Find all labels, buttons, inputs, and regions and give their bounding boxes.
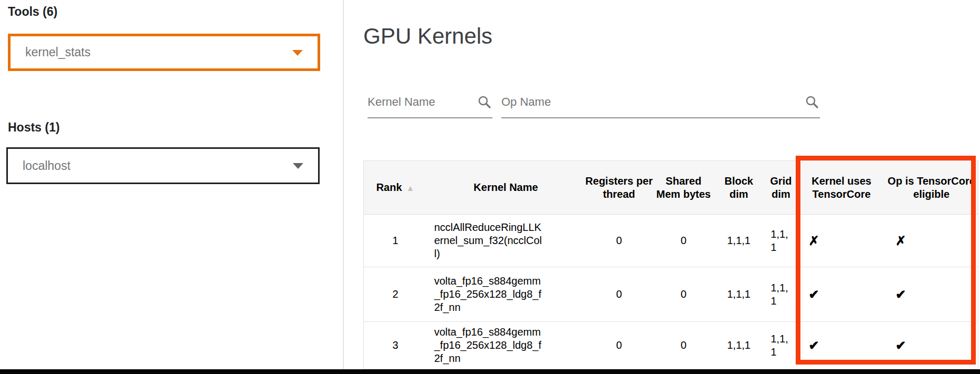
sort-ascending-icon: ▲ [406,184,414,193]
column-header-kernel-name[interactable]: Kernel Name [427,161,585,215]
kernel-name-cell: volta_fp16_s884gemm_fp16_256x128_ldg8_f2… [427,322,585,369]
registers-per-thread-cell: 0 [585,215,654,267]
op-is-tensorcore-eligible-cell: ✔ [885,322,978,369]
column-header-rank[interactable]: Rank▲ [364,161,427,215]
hosts-section-label: Hosts (1) [8,120,60,135]
column-header-grid-dim[interactable]: Grid dim [764,161,798,215]
table-header-row: Rank▲ Kernel Name Registers per thread S… [364,161,978,215]
gpu-kernels-table: Rank▲ Kernel Name Registers per thread S… [363,160,978,369]
grid-dim-cell: 1,1,1 [764,267,798,322]
search-icon [477,94,492,110]
sidebar-divider [343,0,344,369]
op-is-tensorcore-eligible-cell: ✔ [885,267,978,322]
chevron-down-icon [292,50,303,56]
hosts-select[interactable]: localhost [6,147,320,184]
column-header-shared-mem-bytes[interactable]: Shared Mem bytes [654,161,714,215]
rank-cell: 1 [364,215,427,267]
registers-per-thread-cell: 0 [585,267,654,322]
shared-mem-bytes-cell: 0 [654,215,714,267]
kernel-name-input[interactable] [368,95,473,109]
op-name-filter [501,87,820,118]
table-row[interactable]: 3 volta_fp16_s884gemm_fp16_256x128_ldg8_… [364,322,978,369]
kernel-name-cell: ncclAllReduceRingLLKernel_sum_f32(ncclCo… [427,215,585,267]
grid-dim-cell: 1,1,1 [764,322,798,369]
grid-dim-cell: 1,1,1 [764,215,798,267]
op-name-input[interactable] [501,95,801,109]
kernel-uses-tensorcore-cell: ✔ [798,267,885,322]
rank-cell: 2 [364,267,427,322]
table-row[interactable]: 2 volta_fp16_s884gemm_fp16_256x128_ldg8_… [364,267,978,322]
column-header-kernel-uses-tensorcore[interactable]: Kernel uses TensorCore [798,161,885,215]
table-row[interactable]: 1 ncclAllReduceRingLLKernel_sum_f32(nccl… [364,215,978,267]
registers-per-thread-cell: 0 [585,322,654,369]
window-bottom-border [0,369,980,374]
page-title: GPU Kernels [363,24,492,49]
tools-select[interactable]: kernel_stats [8,34,320,71]
column-header-registers-per-thread[interactable]: Registers per thread [585,161,654,215]
block-dim-cell: 1,1,1 [714,267,764,322]
table-body: 1 ncclAllReduceRingLLKernel_sum_f32(nccl… [364,215,978,369]
kernel-uses-tensorcore-cell: ✔ [798,322,885,369]
kernel-uses-tensorcore-cell: ✗ [798,215,885,267]
block-dim-cell: 1,1,1 [714,215,764,267]
kernel-name-filter [368,87,492,118]
op-is-tensorcore-eligible-cell: ✗ [885,215,978,267]
column-header-op-is-tensorcore-eligible[interactable]: Op is TensorCore eligible [885,161,978,215]
chevron-down-icon [293,163,303,169]
kernel-name-cell: volta_fp16_s884gemm_fp16_256x128_ldg8_f2… [427,267,585,322]
column-header-block-dim[interactable]: Block dim [714,161,764,215]
hosts-select-value: localhost [23,159,71,173]
shared-mem-bytes-cell: 0 [654,322,714,369]
rank-cell: 3 [364,322,427,369]
block-dim-cell: 1,1,1 [714,322,764,369]
search-icon [804,94,820,110]
tools-select-value: kernel_stats [25,45,91,59]
tools-section-label: Tools (6) [8,5,57,19]
sidebar: Tools (6) kernel_stats Hosts (1) localho… [0,0,343,369]
shared-mem-bytes-cell: 0 [654,267,714,322]
